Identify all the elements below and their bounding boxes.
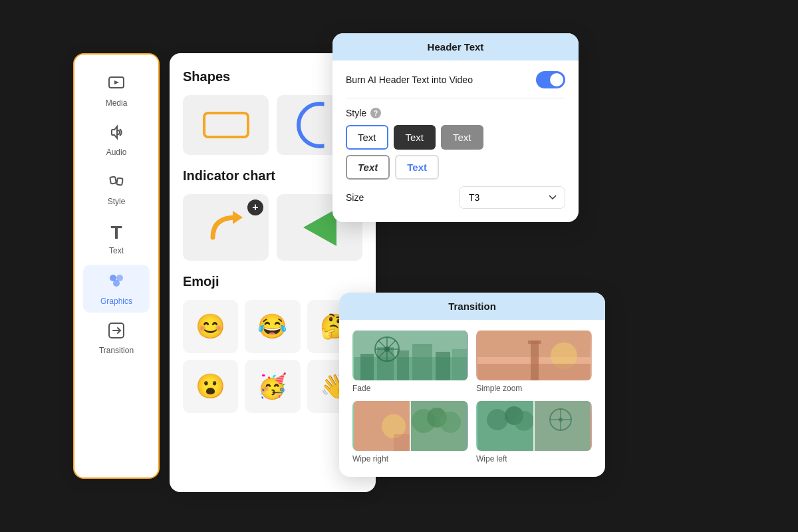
fade-thumbnail-art [352, 331, 468, 380]
shape-rect [203, 112, 249, 138]
transition-simple-zoom[interactable]: Simple zoom [476, 331, 592, 393]
transition-label-wipe-left: Wipe left [476, 454, 592, 464]
sidebar-item-label: Audio [106, 148, 127, 157]
sidebar-item-label: Style [108, 197, 126, 206]
burn-toggle[interactable] [536, 71, 565, 88]
sidebar: Media Audio Style T Text [73, 53, 160, 479]
emoji-item-4[interactable]: 🥳 [245, 360, 300, 413]
sidebar-item-text[interactable]: T Text [83, 215, 150, 262]
svg-point-38 [487, 409, 508, 430]
sidebar-item-label: Media [106, 98, 128, 108]
add-indicator-btn[interactable]: + [247, 200, 263, 215]
size-label: Size [346, 192, 364, 203]
help-icon[interactable]: ? [370, 108, 381, 118]
media-icon [108, 74, 125, 96]
transition-wipe-left[interactable]: Wipe left [476, 401, 592, 464]
shape-rectangle-card[interactable] [183, 95, 269, 155]
style-btn-3[interactable]: Text [346, 155, 390, 180]
graphics-icon [107, 271, 126, 294]
transition-popup: Transition [339, 293, 605, 477]
green-arrow-icon [303, 209, 336, 246]
header-text-popup-body: Burn AI Header Text into Video Style ? T… [332, 61, 579, 222]
style-btn-4[interactable]: Text [395, 155, 439, 180]
style-icon [108, 173, 125, 194]
transition-popup-title: Transition [339, 293, 605, 320]
style-btn-2[interactable]: Text [441, 125, 483, 150]
header-text-popup: Header Text Burn AI Header Text into Vid… [332, 33, 579, 222]
size-row: Size T1 T2 T3 T4 T5 [346, 186, 565, 209]
transition-grid: Fade Simple zoom [339, 320, 605, 477]
transition-label-wipe-right: Wipe right [352, 454, 468, 464]
sidebar-item-media[interactable]: Media [83, 68, 150, 114]
transition-icon [108, 322, 125, 343]
burn-toggle-row: Burn AI Header Text into Video [346, 71, 565, 98]
sidebar-item-label: Graphics [100, 297, 132, 306]
sidebar-item-audio[interactable]: Audio [83, 117, 150, 164]
text-icon: T [110, 222, 122, 243]
style-btn-1[interactable]: Text [394, 125, 436, 150]
transition-thumb-wipe-right [352, 401, 468, 451]
transition-thumb-fade [352, 331, 468, 380]
emoji-item-1[interactable]: 😂 [245, 300, 300, 353]
audio-icon [108, 124, 125, 145]
svg-marker-8 [233, 211, 243, 224]
size-select[interactable]: T1 T2 T3 T4 T5 [459, 186, 565, 209]
style-btn-0[interactable]: Text [346, 125, 388, 150]
svg-rect-2 [110, 176, 116, 184]
emoji-grid: 😊 😂 🤔 😮 🥳 👋 [183, 300, 362, 413]
transition-thumb-zoom [476, 331, 592, 380]
svg-rect-13 [397, 350, 409, 380]
indicator-arrow-card[interactable]: + [183, 194, 269, 261]
svg-point-6 [113, 280, 120, 287]
wipe-left-thumbnail-art [476, 401, 592, 451]
sidebar-item-style[interactable]: Style [83, 166, 150, 213]
svg-rect-11 [360, 354, 374, 380]
transition-label-zoom: Simple zoom [476, 384, 592, 393]
sidebar-item-transition[interactable]: Transition [83, 315, 150, 362]
svg-point-40 [514, 411, 534, 431]
svg-rect-28 [528, 340, 541, 344]
sidebar-item-label: Text [109, 246, 124, 255]
transition-wipe-right[interactable]: Wipe right [352, 401, 468, 464]
sidebar-item-graphics[interactable]: Graphics [83, 265, 150, 313]
svg-rect-14 [412, 344, 432, 380]
wipe-right-thumbnail-art [352, 401, 468, 451]
transition-fade[interactable]: Fade [352, 331, 468, 393]
svg-rect-15 [436, 352, 450, 380]
style-buttons-row-1: Text Text Text [346, 125, 565, 150]
transition-label-fade: Fade [352, 384, 468, 393]
svg-marker-1 [114, 80, 119, 84]
transition-thumb-wipe-left [476, 401, 592, 451]
svg-point-35 [440, 412, 461, 433]
header-text-popup-title: Header Text [332, 33, 579, 61]
svg-rect-27 [531, 340, 539, 380]
svg-rect-3 [116, 178, 122, 185]
style-label: Style ? [346, 108, 565, 118]
svg-rect-12 [377, 347, 394, 380]
emoji-item-0[interactable]: 😊 [183, 300, 238, 353]
emoji-title: Emoji [183, 274, 362, 289]
curved-arrow-icon [203, 204, 249, 251]
style-buttons-row-2: Text Text [346, 155, 565, 180]
svg-rect-16 [452, 349, 467, 380]
sidebar-item-label: Transition [99, 346, 134, 355]
zoom-thumbnail-art [476, 331, 592, 380]
emoji-item-3[interactable]: 😮 [183, 360, 238, 413]
toggle-label: Burn AI Header Text into Video [346, 74, 473, 85]
